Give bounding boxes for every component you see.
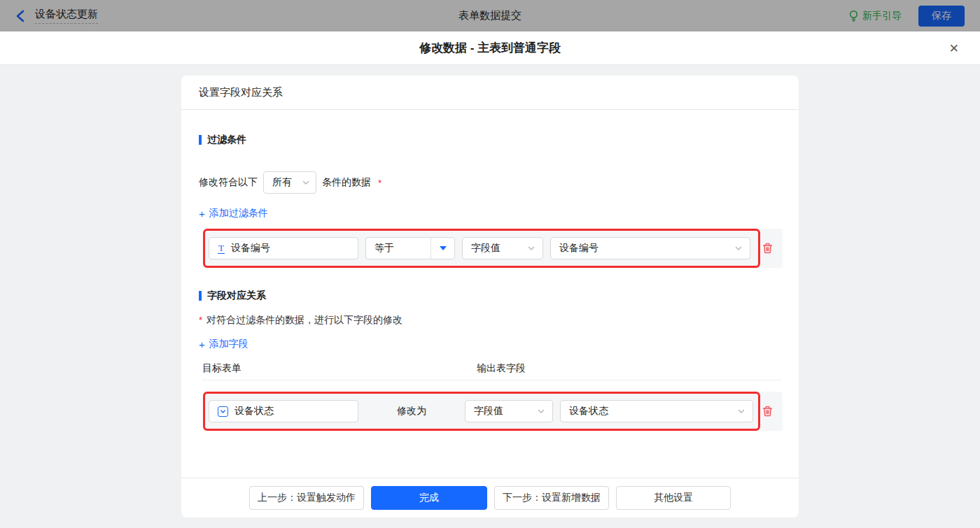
match-mode-value: 所有 <box>272 176 292 189</box>
trash-icon <box>762 242 774 255</box>
card-footer: 上一步：设置触发动作 完成 下一步：设置新增数据 其他设置 <box>181 478 799 518</box>
match-mode-select[interactable]: 所有 <box>263 171 316 194</box>
operator-value: 等于 <box>366 242 430 255</box>
trash-icon <box>762 405 774 418</box>
section-accent-bar <box>199 291 202 301</box>
required-asterisk: * <box>378 178 382 188</box>
select-field-icon <box>218 406 228 417</box>
value-type-value: 字段值 <box>471 242 500 255</box>
value-field-select[interactable]: 设备编号 <box>550 237 750 259</box>
target-form-column-header: 目标表单 <box>202 362 241 373</box>
value-field-value: 设备编号 <box>559 242 598 255</box>
filter-field-input[interactable]: T 设备编号 <box>209 237 358 259</box>
mapping-column-headers: 目标表单 输出表字段 <box>202 362 781 380</box>
card-header-title: 设置字段对应关系 <box>181 76 799 110</box>
mapping-description: * 对符合过滤条件的数据，进行以下字段的修改 <box>199 314 781 327</box>
mapping-section-label: 字段对应关系 <box>207 290 266 302</box>
target-field-input[interactable]: 设备状态 <box>209 400 358 422</box>
modal-title: 修改数据 - 主表到普通字段 <box>419 40 561 56</box>
plus-icon: + <box>199 339 205 350</box>
mapping-section-title: 字段对应关系 <box>199 290 781 302</box>
modal-dim-overlay <box>0 0 980 31</box>
card-content: 过滤条件 修改符合以下 所有 条件的数据 * + 添加过滤条件 <box>181 110 799 478</box>
caret-down-icon <box>440 246 447 250</box>
chevron-down-icon <box>537 407 545 415</box>
add-filter-condition-link[interactable]: + 添加过滤条件 <box>199 207 268 220</box>
section-accent-bar <box>199 135 202 145</box>
modal-body: 设置字段对应关系 过滤条件 修改符合以下 所有 条件的数据 * <box>0 65 980 528</box>
output-field-value: 设备状态 <box>569 405 608 418</box>
filter-section-label: 过滤条件 <box>207 134 246 146</box>
output-value-type-select[interactable]: 字段值 <box>465 400 553 422</box>
filter-match-row: 修改符合以下 所有 条件的数据 * <box>199 171 781 194</box>
output-field-column-header: 输出表字段 <box>477 362 526 375</box>
mapping-description-text: 对符合过滤条件的数据，进行以下字段的修改 <box>206 314 402 327</box>
field-mapping-card: 设置字段对应关系 过滤条件 修改符合以下 所有 条件的数据 * <box>181 76 799 518</box>
modal-header: 修改数据 - 主表到普通字段 ✕ <box>0 31 980 65</box>
filter-field-value: 设备编号 <box>231 242 270 255</box>
value-type-select[interactable]: 字段值 <box>462 237 543 259</box>
chevron-down-icon <box>302 178 310 187</box>
chevron-down-icon <box>527 244 536 252</box>
operator-select[interactable]: 等于 <box>365 237 455 259</box>
chevron-down-icon <box>734 244 743 252</box>
close-icon[interactable]: ✕ <box>949 42 959 54</box>
field-mapping-row: 设备状态 修改为 字段值 设备状态 <box>203 392 783 431</box>
add-field-link[interactable]: + 添加字段 <box>199 338 248 350</box>
output-field-select[interactable]: 设备状态 <box>560 400 753 422</box>
delete-mapping-button[interactable] <box>762 405 774 418</box>
other-settings-button[interactable]: 其他设置 <box>616 486 731 510</box>
operator-caret-segment[interactable] <box>430 238 454 259</box>
text-field-icon: T <box>218 243 225 254</box>
required-asterisk: * <box>199 315 202 325</box>
match-suffix-label: 条件的数据 <box>322 176 371 189</box>
prev-step-button[interactable]: 上一步：设置触发动作 <box>249 486 364 510</box>
output-value-type-value: 字段值 <box>474 405 503 418</box>
delete-condition-button[interactable] <box>762 242 774 255</box>
chevron-down-icon <box>737 407 746 415</box>
next-step-button[interactable]: 下一步：设置新增数据 <box>494 486 609 510</box>
filter-section-title: 过滤条件 <box>199 134 781 146</box>
modify-data-modal: 修改数据 - 主表到普通字段 ✕ 设置字段对应关系 过滤条件 修改符合以下 所有… <box>0 31 980 528</box>
add-field-label: 添加字段 <box>209 338 248 350</box>
done-button[interactable]: 完成 <box>371 486 487 510</box>
target-field-value: 设备状态 <box>234 405 274 418</box>
modify-to-label: 修改为 <box>397 405 426 418</box>
plus-icon: + <box>199 208 205 219</box>
filter-condition-row: T 设备编号 等于 字段值 设备编号 <box>203 229 783 268</box>
match-prefix-label: 修改符合以下 <box>199 176 258 189</box>
add-filter-label: 添加过滤条件 <box>209 207 268 220</box>
